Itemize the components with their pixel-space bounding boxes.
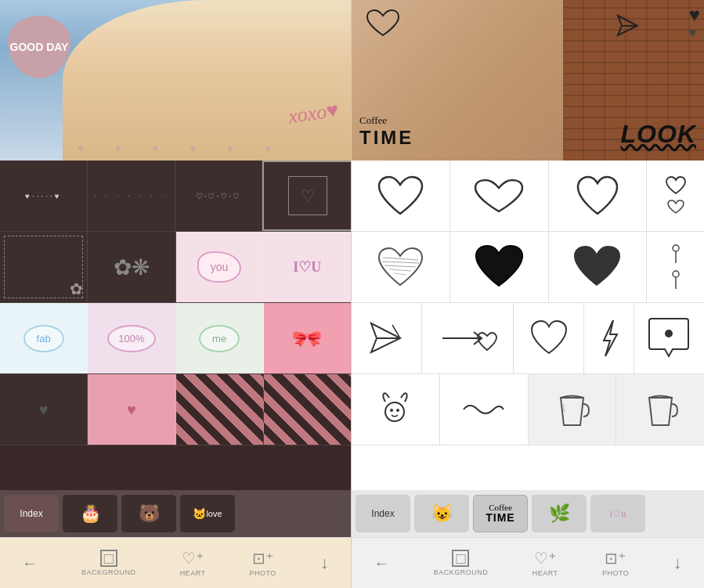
sticker-cell-lace[interactable]: ♡·♡·♡·♡: [175, 161, 263, 231]
right-category-tabs: Index 😺 Coffee TIME 🌿 i♡u: [352, 490, 704, 537]
sticker-row-1: ♥·····♥ · · · · · · · ♡·♡·♡·♡ ♡: [0, 161, 351, 232]
bunny-svg: [377, 390, 413, 429]
svg-point-16: [396, 409, 399, 412]
right-sticker-heart-bold[interactable]: [450, 232, 549, 302]
left-photo-preview: GOOD DAY xoxo♥ ♥ · · ♥ · · ♥ · · ♥ · · ♥…: [0, 0, 351, 161]
sticker-cell-dark4[interactable]: ♥: [0, 374, 88, 445]
cup2-svg: [643, 390, 678, 429]
sticker-cell-checker2[interactable]: [264, 374, 351, 445]
doodle-hearts-left: [363, 8, 403, 42]
sticker-cell-dots2[interactable]: · · · · · · ·: [88, 161, 175, 231]
heart-button-left[interactable]: ♡⁺ HEART: [180, 549, 206, 577]
left-sticker-grid: ♥·····♥ · · · · · · · ♡·♡·♡·♡ ♡: [0, 161, 351, 490]
photo-button-left[interactable]: ⊡⁺ PHOTO: [250, 549, 276, 577]
heart-bold-svg: [474, 244, 525, 290]
right-sticker-heart-outline-lg[interactable]: [352, 161, 450, 231]
right-sticker-pins[interactable]: [647, 232, 704, 302]
back-button-right[interactable]: ←: [374, 554, 389, 572]
tab-index-left[interactable]: Index: [4, 495, 59, 532]
you-sticker: you: [197, 251, 242, 283]
right-sticker-heart-sm2[interactable]: [514, 303, 584, 373]
iloveu-sticker: I♡U: [293, 258, 321, 276]
right-sticker-heart-round[interactable]: [549, 161, 648, 231]
right-sticker-heart-wide[interactable]: [450, 161, 549, 231]
paper-plane-sticker: [614, 12, 641, 42]
big-heart-tr: ♥: [689, 4, 700, 26]
download-button-left[interactable]: ↓: [320, 553, 329, 573]
left-panel: GOOD DAY xoxo♥ ♥ · · ♥ · · ♥ · · ♥ · · ♥…: [0, 0, 352, 588]
photo-button-right[interactable]: ⊡⁺ PHOTO: [602, 549, 629, 577]
left-photo-overlay: GOOD DAY xoxo♥ ♥ · · ♥ · · ♥ · · ♥ · · ♥…: [0, 0, 351, 161]
sticker-cell-pink4[interactable]: ♥: [88, 374, 175, 445]
right-sticker-row-3: [352, 303, 704, 374]
heart-outline-lg-svg: [375, 175, 426, 218]
right-sticker-arrow-heart[interactable]: [422, 303, 514, 373]
svg-point-15: [390, 409, 393, 412]
back-button-left[interactable]: ←: [22, 554, 38, 572]
svg-point-6: [673, 245, 679, 251]
right-sticker-row-4: [352, 374, 704, 446]
right-sticker-grid: [352, 161, 704, 490]
sticker-cell-selected[interactable]: ♡: [262, 161, 351, 231]
sticker-cell-100[interactable]: 100%: [88, 303, 175, 373]
svg-point-8: [673, 271, 679, 277]
tab-catface-right[interactable]: 😺: [414, 495, 469, 532]
tab-index-left-label: Index: [20, 508, 42, 519]
right-sticker-cup1[interactable]: [529, 374, 617, 445]
bow-sticker: 🎀: [291, 330, 323, 348]
sticker-cell-fab[interactable]: fab: [0, 303, 88, 373]
coffee-tab-time: TIME: [486, 512, 514, 524]
tab-index-right-label: Index: [371, 508, 394, 519]
left-category-tabs: Index 🎂 🐻 🐱 love: [0, 490, 351, 537]
right-panel: Coffee TIME LOOK: [352, 0, 704, 588]
sticker-cell-frame[interactable]: ✿: [0, 232, 88, 302]
sticker-cell-you[interactable]: you: [176, 232, 264, 302]
tab-iu-right[interactable]: i♡u: [590, 495, 645, 532]
tab-index-right[interactable]: Index: [356, 495, 410, 532]
heart-label-left: HEART: [180, 569, 206, 577]
background-icon-left: □: [100, 550, 117, 567]
right-sticker-row-2: [352, 232, 704, 303]
photo-label-left: PHOTO: [250, 569, 276, 577]
right-sticker-paperplane[interactable]: [352, 303, 422, 373]
right-sticker-heart-solid[interactable]: [549, 232, 648, 302]
sticker-cell-iloveu[interactable]: I♡U: [264, 232, 351, 302]
tab-green-right[interactable]: 🌿: [532, 495, 587, 532]
heart-solid-svg: [572, 244, 623, 290]
right-bottom-toolbar: ← □ BACKGROUND ♡⁺ HEART ⊡⁺ PHOTO ↓: [352, 537, 704, 588]
right-sticker-wave[interactable]: [440, 374, 529, 445]
selected-sticker: ♡: [288, 176, 327, 215]
sticker-cell-flowers[interactable]: ✿❋: [88, 232, 175, 302]
hearts-top-right: ♥ ♥: [689, 4, 700, 40]
xoxo-text: xoxo♥: [287, 99, 341, 129]
right-sticker-hearts-sm[interactable]: [647, 161, 704, 231]
tab-bear-left[interactable]: 🐻: [121, 495, 176, 532]
background-button-right[interactable]: □ BACKGROUND: [434, 550, 489, 576]
arrow-heart-svg: [439, 323, 497, 354]
sticker-cell-bow[interactable]: 🎀: [264, 303, 351, 373]
right-sticker-speech[interactable]: [634, 303, 704, 373]
right-sticker-heart-scribble[interactable]: [352, 232, 450, 302]
coffee-tab-content: Coffee TIME: [486, 503, 514, 524]
pins-stack: [672, 244, 680, 290]
right-sticker-bunny[interactable]: [352, 374, 440, 445]
tab-catlove-left[interactable]: 🐱 love: [180, 495, 235, 532]
right-sticker-cup2[interactable]: [616, 374, 704, 445]
sticker-cell-me[interactable]: me: [176, 303, 264, 373]
heart-button-right[interactable]: ♡⁺ HEART: [533, 549, 558, 577]
tab-cake-left[interactable]: 🎂: [63, 495, 117, 532]
sticker-cell-checker[interactable]: [176, 374, 264, 445]
good-day-sticker: GOOD DAY: [8, 16, 70, 78]
right-photo-preview: Coffee TIME LOOK: [352, 0, 704, 161]
sticker-cell-dots1[interactable]: ♥·····♥: [0, 161, 88, 231]
svg-line-4: [389, 269, 411, 271]
background-button-left[interactable]: □ BACKGROUND: [81, 550, 136, 576]
download-button-right[interactable]: ↓: [673, 553, 682, 573]
right-sticker-lightning[interactable]: [584, 303, 634, 373]
svg-point-13: [665, 330, 673, 337]
heart-shape-bg: GOOD DAY: [8, 16, 70, 78]
heart-sm2-svg: [529, 319, 569, 357]
tab-coffee-time-right[interactable]: Coffee TIME: [473, 495, 528, 532]
speech-bubble-svg: [645, 317, 692, 360]
good-day-text: GOOD DAY: [10, 41, 69, 54]
